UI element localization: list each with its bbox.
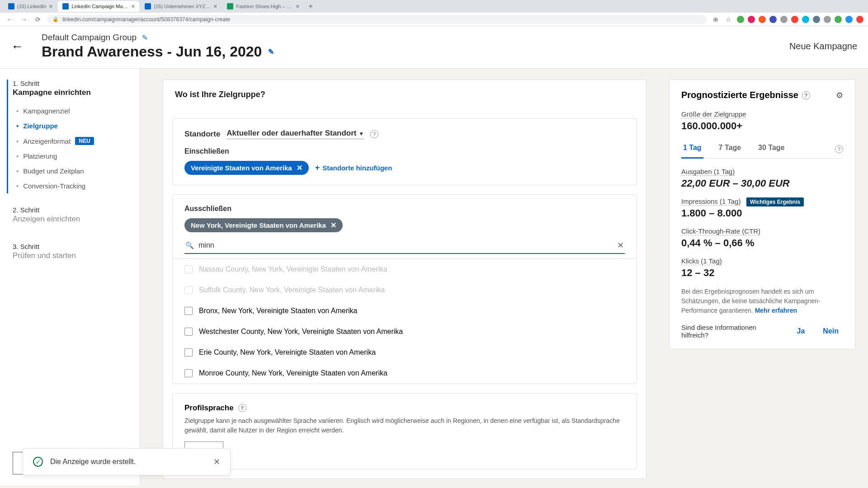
location-search-field[interactable]: 🔍 ✕ [184, 238, 625, 254]
extension-icon[interactable] [813, 16, 820, 23]
browser-tab-active[interactable]: LinkedIn Campaign Manager× [58, 1, 139, 12]
impressions-label: Impressions (1 Tag) [681, 197, 741, 206]
tab-30-days[interactable]: 30 Tage [756, 140, 786, 159]
location-type-select[interactable]: Aktueller oder dauerhafter Standort ▼ [226, 129, 364, 139]
zoom-icon[interactable]: ⊕ [711, 15, 720, 24]
sidebar-item-kampagnenziel[interactable]: Kampagnenziel [16, 103, 140, 118]
include-chip: Vereinigte Staaten von Amerika ✕ [184, 161, 309, 175]
help-icon[interactable]: ? [802, 91, 810, 99]
close-icon[interactable]: × [213, 3, 217, 10]
checkbox-icon[interactable] [184, 307, 193, 315]
browser-tab[interactable]: Fashion Shoes High – Free ph× [222, 1, 304, 12]
step-number: 1. Schritt [13, 80, 140, 87]
tab-title: LinkedIn Campaign Manager [71, 4, 128, 9]
sidebar-item-conversion[interactable]: Conversion-Tracking [16, 178, 140, 193]
nav-label: Platzierung [23, 152, 57, 160]
sidebar-item-zielgruppe[interactable]: Zielgruppe [16, 118, 140, 133]
ctr-label: Click-Through-Rate (CTR) [681, 227, 760, 235]
step-2[interactable]: 2. Schritt Anzeigen einrichten [7, 206, 140, 230]
spend-label: Ausgaben (1 Tag) [681, 168, 735, 176]
app-header: ← Default Campaign Group ✎ Brand Awarene… [0, 26, 868, 69]
star-icon[interactable]: ☆ [724, 15, 733, 24]
address-bar[interactable]: 🔒 linkedin.com/campaignmanager/account/5… [47, 15, 707, 24]
reload-icon[interactable]: ⟳ [33, 15, 42, 24]
location-type-text: Aktueller oder dauerhafter Standort [226, 129, 356, 137]
nav-label: Budget und Zeitplan [23, 167, 84, 175]
step-number: 3. Schritt [13, 243, 140, 250]
impressions-value: 1.800 – 8.000 [681, 207, 843, 219]
nav-label: Anzeigenformat [23, 137, 71, 145]
extension-icon[interactable] [759, 16, 766, 23]
extension-icon[interactable] [835, 16, 842, 23]
checkbox-icon[interactable] [184, 369, 193, 377]
suggestion-item[interactable]: Erie County, New York, Vereinigte Staate… [173, 342, 637, 363]
edit-icon[interactable]: ✎ [268, 47, 274, 56]
spend-value: 22,00 EUR – 30,00 EUR [681, 178, 843, 189]
sidebar-item-platzierung[interactable]: Platzierung [16, 149, 140, 164]
back-arrow-button[interactable]: ← [11, 39, 24, 54]
tab-1-day[interactable]: 1 Tag [681, 140, 703, 159]
suggestion-label: Nassau County, New York, Vereinigte Staa… [199, 265, 387, 273]
profile-language-row: Profilsprache ? [184, 404, 625, 413]
step-1: 1. Schritt Kampagne einrichten Kampagnen… [7, 80, 140, 193]
help-icon[interactable]: ? [835, 145, 843, 153]
extension-icon[interactable] [780, 16, 788, 23]
extension-icon[interactable] [856, 16, 863, 23]
learn-more-link[interactable]: Mehr erfahren [755, 307, 797, 314]
feedback-yes-button[interactable]: Ja [793, 325, 810, 337]
step-number: 2. Schritt [13, 206, 140, 214]
location-search-input[interactable] [198, 241, 613, 249]
step-3[interactable]: 3. Schritt Prüfen und starten [7, 243, 140, 267]
favicon-icon [145, 3, 151, 9]
help-icon[interactable]: ? [238, 404, 246, 412]
tab-title: (15) LinkedIn [17, 4, 46, 9]
close-icon[interactable]: ✕ [213, 457, 220, 467]
extension-icon[interactable] [824, 16, 831, 23]
neu-badge: NEU [75, 137, 94, 145]
close-icon[interactable]: × [131, 3, 135, 10]
checkbox-icon[interactable] [184, 348, 193, 357]
address-bar-row: ← → ⟳ 🔒 linkedin.com/campaignmanager/acc… [0, 13, 868, 26]
feedback-question: Sind diese Informationen hilfreich? [681, 324, 783, 339]
remove-chip-icon[interactable]: ✕ [297, 164, 302, 172]
extension-icon[interactable] [791, 16, 798, 23]
help-icon[interactable]: ? [370, 130, 378, 138]
sidebar-item-budget[interactable]: Budget und Zeitplan [16, 164, 140, 178]
new-tab-button[interactable]: + [305, 2, 316, 10]
suggestion-item[interactable]: Monroe County, New York, Vereinigte Staa… [173, 363, 637, 384]
tab-7-days[interactable]: 7 Tage [717, 140, 743, 159]
extension-icon[interactable] [737, 16, 744, 23]
clear-search-icon[interactable]: ✕ [617, 240, 624, 250]
browser-tab[interactable]: (15) Unternehmen XYZ: Admin× [140, 1, 222, 12]
extension-icon[interactable] [802, 16, 809, 23]
campaign-group-row: Default Campaign Group ✎ [42, 33, 789, 42]
close-icon[interactable]: × [296, 3, 299, 10]
sidebar-item-anzeigenformat[interactable]: Anzeigenformat NEU [16, 133, 140, 149]
forecast-title-row: Prognostizierte Ergebnisse ? ⚙ [681, 90, 843, 100]
exclude-label: Ausschließen [184, 205, 625, 213]
include-label: Einschließen [184, 147, 625, 155]
suggestion-item[interactable]: Bronx, New York, Vereinigte Staaten von … [173, 300, 637, 321]
edit-icon[interactable]: ✎ [142, 33, 148, 42]
checkbox-icon[interactable] [184, 328, 193, 336]
feedback-no-button[interactable]: Nein [818, 325, 843, 337]
suggestion-item[interactable]: Westchester County, New York, Vereinigte… [173, 321, 637, 342]
browser-chrome: (15) LinkedIn× LinkedIn Campaign Manager… [0, 0, 868, 26]
suggestion-label: Suffolk County, New York, Vereinigte Sta… [199, 286, 385, 294]
checkbox-icon [184, 286, 193, 294]
avatar-icon[interactable] [845, 16, 853, 23]
browser-tab[interactable]: (15) LinkedIn× [4, 1, 57, 12]
main-area: 1. Schritt Kampagne einrichten Kampagnen… [0, 69, 868, 485]
close-icon[interactable]: × [49, 3, 52, 10]
gear-icon[interactable]: ⚙ [836, 90, 843, 100]
step-title: Anzeigen einrichten [13, 215, 140, 224]
sidebar: 1. Schritt Kampagne einrichten Kampagnen… [0, 69, 140, 485]
chip-text: New York, Vereinigte Staaten von Amerika [191, 221, 326, 229]
new-campaign-label: Neue Kampagne [789, 41, 857, 52]
forward-icon[interactable]: → [19, 15, 29, 24]
remove-chip-icon[interactable]: ✕ [330, 221, 336, 230]
add-locations-button[interactable]: + Standorte hinzufügen [315, 163, 392, 173]
extension-icon[interactable] [748, 16, 755, 23]
extension-icon[interactable] [769, 16, 777, 23]
back-icon[interactable]: ← [5, 15, 14, 24]
